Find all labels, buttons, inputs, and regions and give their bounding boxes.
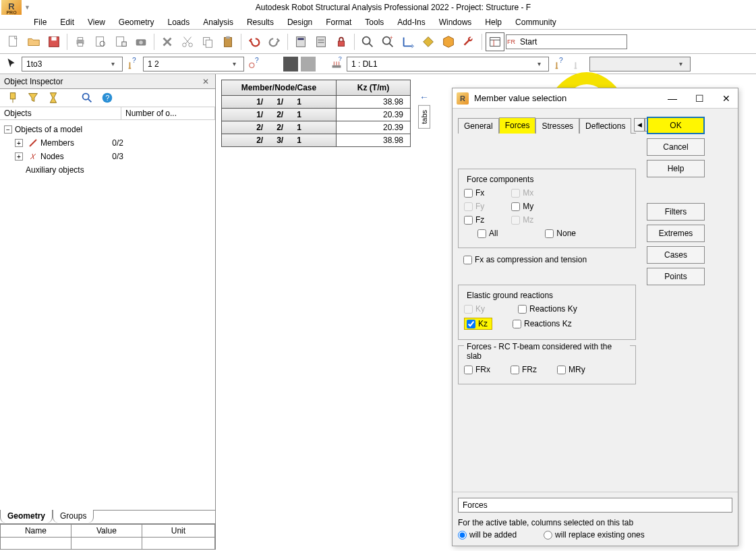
menu-format[interactable]: Format [319, 18, 358, 27]
tool-print[interactable] [71, 32, 90, 51]
inspector-close-button[interactable]: ✕ [200, 76, 211, 87]
menu-analysis[interactable]: Analysis [196, 18, 240, 27]
load-case-combo[interactable]: ▾ [347, 57, 549, 71]
tree-expander[interactable]: − [4, 125, 12, 134]
checkbox-none[interactable]: None [545, 229, 576, 238]
layout-combo-input[interactable] [516, 35, 610, 49]
tool-undo[interactable] [245, 32, 264, 51]
results-table[interactable]: Member/Node/Case Kz (T/m) 1/ 1/ 138.98 1… [221, 80, 411, 147]
menu-file[interactable]: File [27, 18, 53, 27]
dialog-ok-button[interactable]: OK [647, 117, 705, 134]
tool-calc-settings[interactable] [312, 32, 330, 51]
side-tabs-handle[interactable]: tabs [418, 105, 430, 129]
results-col-member[interactable]: Member/Node/Case [222, 80, 337, 96]
menu-design[interactable]: Design [281, 18, 319, 27]
selection-cursor-button[interactable] [4, 57, 19, 71]
selection-nodes-combo[interactable]: ▾ [143, 57, 244, 71]
menu-community[interactable]: Community [508, 18, 563, 27]
props-col-unit[interactable]: Unit [142, 525, 214, 538]
tree-expander[interactable]: + [15, 152, 23, 161]
misc-combo[interactable]: ▾ [589, 57, 691, 71]
chevron-down-icon[interactable]: ▾ [533, 60, 544, 67]
tool-new[interactable] [4, 32, 23, 51]
menu-geometry[interactable]: Geometry [112, 18, 161, 27]
checkbox-mry[interactable]: MRy [557, 365, 585, 374]
tool-zoom-plus[interactable]: + [378, 32, 397, 51]
dialog-cancel-button[interactable]: Cancel [647, 138, 705, 156]
dialog-footer-input[interactable] [458, 498, 732, 513]
dialog-maximize-button[interactable]: ☐ [692, 92, 707, 105]
tree-item-aux[interactable]: Auxiliary objects [26, 165, 84, 175]
dialog-points-button[interactable]: Points [647, 268, 705, 285]
load-case-help-button[interactable]: ? [329, 57, 344, 71]
tool-lock[interactable] [332, 32, 351, 51]
swatch-light[interactable] [301, 57, 316, 71]
menu-edit[interactable]: Edit [53, 18, 81, 27]
tree-item-members[interactable]: Members [40, 138, 74, 148]
tool-calc[interactable] [291, 32, 310, 51]
inspector-tree[interactable]: − Objects of a model + Members 0/2 + Nod… [0, 120, 215, 510]
tool-redo[interactable] [265, 32, 284, 51]
tree-item-nodes[interactable]: Nodes [40, 152, 64, 161]
menu-loads[interactable]: Loads [161, 18, 197, 27]
dialog-tab-stresses[interactable]: Stresses [535, 118, 579, 134]
pin-icon[interactable] [5, 90, 20, 105]
tool-open[interactable] [24, 32, 43, 51]
checkbox-fz[interactable]: Fz [464, 215, 484, 225]
filter-icon[interactable] [26, 90, 40, 105]
checkbox-frz[interactable]: FRz [511, 365, 537, 374]
tool-section[interactable] [419, 32, 438, 51]
menu-view[interactable]: View [81, 18, 112, 27]
tool-axis[interactable] [399, 32, 417, 51]
props-col-name[interactable]: Name [1, 525, 71, 538]
tree-expander[interactable]: + [15, 139, 23, 147]
dialog-tab-forces[interactable]: Forces [499, 117, 536, 134]
selection-members-combo[interactable]: ▾ [22, 57, 123, 71]
tool-zoom[interactable] [358, 32, 377, 51]
checkbox-my[interactable]: My [511, 202, 533, 211]
selection-help-button-1[interactable]: ? [125, 57, 140, 71]
tool-cube[interactable] [439, 32, 458, 51]
tool-print-preview[interactable] [91, 32, 110, 51]
chevron-down-icon[interactable]: ▾ [229, 60, 239, 67]
checkbox-fx[interactable]: Fx [464, 188, 484, 198]
layout-combo[interactable]: FR [506, 34, 627, 49]
menu-tools[interactable]: Tools [358, 18, 390, 27]
menu-help[interactable]: Help [478, 18, 508, 27]
dialog-cases-button[interactable]: Cases [647, 246, 705, 264]
radio-will-replace[interactable]: will replace existing ones [544, 530, 645, 540]
menu-results[interactable]: Results [240, 18, 281, 27]
load-case-input[interactable] [347, 57, 533, 71]
props-col-value[interactable]: Value [71, 525, 142, 538]
menu-addins[interactable]: Add-Ins [390, 18, 432, 27]
checkbox-reactions-ky[interactable]: Reactions Ky [518, 304, 577, 314]
dialog-minimize-button[interactable]: — [665, 92, 680, 105]
checkbox-frx[interactable]: FRx [464, 365, 490, 374]
dialog-filters-button[interactable]: Filters [647, 203, 705, 221]
tool-delete[interactable] [158, 32, 177, 51]
selection-help-button-2[interactable]: ? [247, 57, 262, 71]
radio-will-be-added[interactable]: will be added [458, 530, 517, 540]
tool-save[interactable] [45, 32, 63, 51]
load-support-button[interactable]: ? [552, 57, 568, 71]
dialog-extremes-button[interactable]: Extremes [647, 225, 705, 242]
menu-windows[interactable]: Windows [432, 18, 479, 27]
selection-nodes-input[interactable] [144, 57, 229, 71]
chevron-down-icon[interactable]: ▾ [675, 60, 686, 67]
checkbox-reactions-kz[interactable]: Reactions Kz [513, 318, 572, 330]
help-icon[interactable]: ? [100, 90, 115, 105]
dialog-close-button[interactable]: ✕ [719, 92, 734, 105]
checkbox-kz[interactable]: Kz [464, 318, 492, 330]
dialog-tab-general[interactable]: General [458, 118, 499, 134]
results-col-kz[interactable]: Kz (T/m) [337, 80, 411, 96]
tool-paste[interactable] [219, 32, 237, 51]
tool-cut[interactable] [178, 32, 197, 51]
tool-screenshot[interactable] [132, 32, 150, 51]
checkbox-all[interactable]: All [477, 229, 498, 238]
dialog-tab-deflections[interactable]: Deflections [579, 118, 631, 134]
tool-layout-select[interactable] [486, 32, 504, 51]
hourglass-icon[interactable] [46, 90, 61, 105]
chevron-down-icon[interactable]: ▾ [107, 60, 118, 67]
checkbox-fx-compression[interactable]: Fx as compression and tension [463, 255, 631, 264]
inspector-col-number[interactable]: Number of o... [121, 107, 215, 119]
